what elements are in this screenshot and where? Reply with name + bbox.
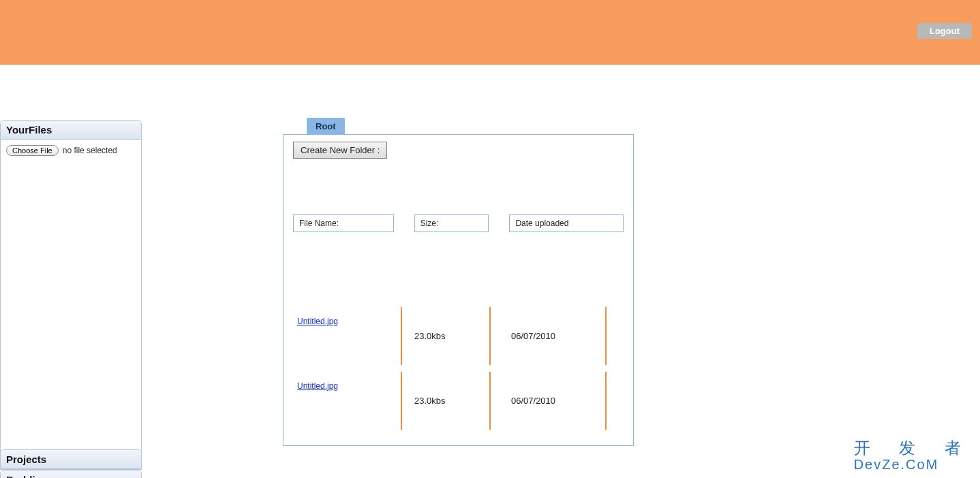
tab-row: Root xyxy=(283,118,634,134)
file-status-text: no file selected xyxy=(63,146,117,155)
tab-root[interactable]: Root xyxy=(307,118,345,134)
file-link[interactable]: Untitled.jpg xyxy=(297,381,338,391)
your-files-body: Choose File no file selected xyxy=(1,140,141,456)
file-date-text: 06/07/2010 xyxy=(511,396,555,406)
watermark: 开 发 者 DevZe.CoM xyxy=(854,440,973,471)
file-size-cell: 23.0kbs xyxy=(402,368,491,433)
watermark-line2: DevZe.CoM xyxy=(854,458,973,471)
file-date-cell: 06/07/2010 xyxy=(491,304,607,368)
file-size-text: 23.0kbs xyxy=(414,331,446,341)
file-date-text: 06/07/2010 xyxy=(511,331,555,341)
file-list: Untitled.jpg 23.0kbs 06/07/2010 Untitled… xyxy=(293,304,624,433)
file-name-cell: Untitled.jpg xyxy=(293,368,402,433)
column-header-name: File Name: xyxy=(293,214,394,232)
column-header-size: Size: xyxy=(414,214,489,232)
projects-panel: Projects xyxy=(0,449,142,470)
file-link[interactable]: Untitled.jpg xyxy=(297,317,338,326)
sidebar: YourFiles Choose File no file selected xyxy=(0,120,142,457)
logout-button[interactable]: Logout xyxy=(917,23,972,39)
content-box: Create New Folder : File Name: Size: Dat… xyxy=(283,134,634,446)
file-size-text: 23.0kbs xyxy=(414,396,446,406)
main-area: Root Create New Folder : File Name: Size… xyxy=(283,118,634,446)
your-files-title: YourFiles xyxy=(1,121,141,140)
your-files-panel: YourFiles Choose File no file selected xyxy=(0,120,142,457)
file-date-cell: 06/07/2010 xyxy=(491,368,607,433)
file-row: Untitled.jpg 23.0kbs 06/07/2010 xyxy=(293,304,624,368)
file-name-cell: Untitled.jpg xyxy=(293,304,402,368)
separator-bar xyxy=(605,372,607,430)
top-banner: Logout xyxy=(0,0,980,65)
buddies-panel: Buddies xyxy=(0,470,142,478)
separator-bar xyxy=(605,307,607,365)
choose-file-button[interactable]: Choose File xyxy=(6,145,59,156)
file-chooser: Choose File no file selected xyxy=(6,145,136,156)
watermark-line1: 开 发 者 xyxy=(854,440,973,456)
buddies-title[interactable]: Buddies xyxy=(1,471,141,478)
file-size-cell: 23.0kbs xyxy=(402,304,491,368)
file-row: Untitled.jpg 23.0kbs 06/07/2010 xyxy=(293,368,624,433)
lower-panels: Projects Buddies xyxy=(0,449,142,478)
column-header-date: Date uploaded xyxy=(509,214,624,232)
projects-title[interactable]: Projects xyxy=(1,450,141,469)
column-headers: File Name: Size: Date uploaded xyxy=(293,214,624,232)
create-folder-button[interactable]: Create New Folder : xyxy=(293,142,387,159)
